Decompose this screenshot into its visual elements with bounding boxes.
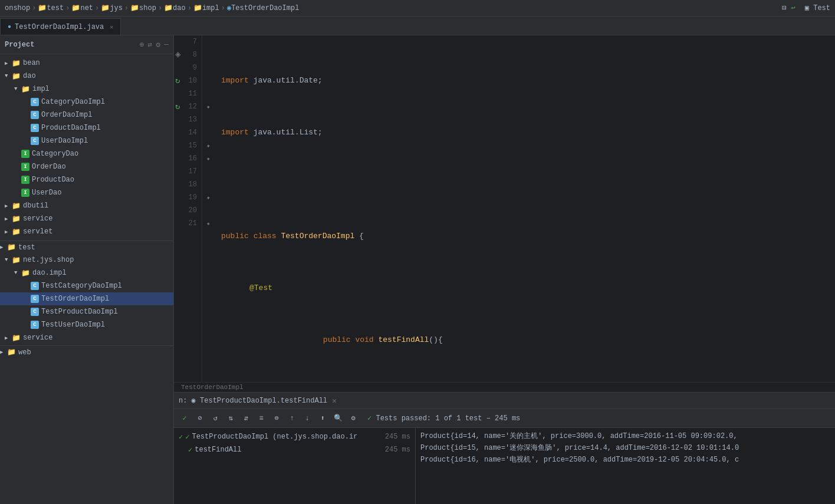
tab-testorderdaoimpl[interactable]: ● TestOrderDaoImpl.java ✕ <box>0 18 121 35</box>
line-number-19: 19 <box>176 191 197 204</box>
gutter-16: ⬥ <box>202 152 214 165</box>
sidebar-item-label: OrderDao <box>32 163 66 171</box>
sidebar-item-productdao[interactable]: ▶ I ProductDao <box>0 173 173 186</box>
export-icon[interactable]: ⬆ <box>317 413 328 424</box>
sidebar-item-impl[interactable]: ▼ 📁 impl <box>0 83 173 95</box>
sidebar-item-netjysshop[interactable]: ▼ 📁 net.jys.shop <box>0 253 173 266</box>
sidebar-item-dao[interactable]: ▼ 📁 dao <box>0 70 173 83</box>
breadcrumb-dao[interactable]: dao <box>173 4 186 12</box>
fold-icon-16[interactable]: ⬥ <box>206 155 211 162</box>
sidebar-item-orderdao[interactable]: ▶ I OrderDao <box>0 160 173 173</box>
content-area: 7 ◈ 8 9 ↻ 10 11 <box>174 35 835 504</box>
gutter-8 <box>202 48 214 61</box>
sidebar-collapse-icon[interactable]: ⇄ <box>148 40 153 50</box>
sidebar-item-label: dao <box>23 72 36 80</box>
bottom-panel: n: ◉ TestProductDaoImpl.testFindAll ✕ ✓ … <box>174 392 835 504</box>
window-restore-icon[interactable]: ⊟ <box>782 4 786 12</box>
editor-and-bottom: 7 ◈ 8 9 ↻ 10 11 <box>174 35 835 504</box>
sidebar-settings-icon[interactable]: ⚙ <box>156 40 160 50</box>
breadcrumb-impl[interactable]: impl <box>202 4 219 12</box>
sidebar-item-daoimpl[interactable]: ▼ 📁 dao.impl <box>0 266 173 279</box>
sidebar-item-label: bean <box>23 59 40 67</box>
bottom-tab-file[interactable]: ◉ TestProductDaoImpl.testFindAll <box>192 397 327 405</box>
down-icon[interactable]: ↓ <box>301 413 313 424</box>
sidebar-item-orderdaoimpl[interactable]: ▶ C OrderDaoImpl <box>0 108 173 121</box>
breadcrumb-jys[interactable]: jys <box>110 4 123 12</box>
arrow-right-icon: ▶ <box>0 349 7 355</box>
sidebar-item-label: TestOrderDaoImpl <box>41 295 109 303</box>
line-number-16: 16 <box>176 152 197 165</box>
sidebar-item-userdaoimpl[interactable]: ▶ C UserDaoImpl <box>0 134 173 147</box>
sidebar-item-web[interactable]: ▶ 📁 web <box>0 345 173 358</box>
gutter-17 <box>202 165 214 178</box>
test-item-productdaoimpl[interactable]: ✓ ✓ TestProductDaoImpl (net.jys.shop.dao… <box>174 430 415 443</box>
console-line-2: Product{id=15, name='迷你深海鱼肠', price=14.4… <box>420 442 830 454</box>
sidebar-minimize-icon[interactable]: — <box>164 40 169 50</box>
folder-icon: 📁 <box>12 256 21 265</box>
sidebar-item-dbutil[interactable]: ▶ 📁 dbutil <box>0 199 173 212</box>
arrow-right-icon: ▶ <box>5 335 12 341</box>
test-item-testfindall[interactable]: ✓ testFindAll 245 ms <box>174 443 415 456</box>
code-line-10: public class TestOrderDaoImpl { <box>221 230 828 243</box>
breadcrumb-file[interactable]: TestOrderDaoImpl <box>231 4 299 12</box>
line-number-13: 13 <box>176 113 197 126</box>
sidebar-item-test[interactable]: ▶ 📁 test <box>0 241 173 253</box>
breadcrumb-onshop[interactable]: onshop <box>5 4 30 12</box>
filter-icon[interactable]: ⊜ <box>271 413 282 424</box>
folder-icon: 📁 <box>12 59 21 68</box>
sidebar-item-testproductdaoimpl[interactable]: ▶ C TestProductDaoImpl <box>0 305 173 318</box>
project-title: Project <box>5 41 34 49</box>
breadcrumb-test[interactable]: test <box>47 4 64 12</box>
sidebar-item-label: dao.impl <box>32 269 67 277</box>
check-icon3: ✓ <box>188 446 192 454</box>
sidebar-item-userdao[interactable]: ▶ I UserDao <box>0 186 173 199</box>
line-number-7: 7 <box>176 35 197 48</box>
window-tab-icon[interactable]: ▣ Test <box>805 4 830 12</box>
align-icon[interactable]: ≡ <box>255 413 267 424</box>
sidebar-item-label: impl <box>32 85 50 93</box>
sidebar-item-service2[interactable]: ▶ 📁 service <box>0 331 173 344</box>
sidebar-item-label: servlet <box>23 228 52 236</box>
sidebar-item-label: ProductDao <box>32 176 74 184</box>
fold-icon-12[interactable]: ⬥ <box>206 103 211 110</box>
fold-icon-21[interactable]: ⬥ <box>206 220 211 227</box>
sidebar-gear-icon[interactable]: ⊕ <box>140 40 144 50</box>
code-content[interactable]: 7 ◈ 8 9 ↻ 10 11 <box>174 35 835 382</box>
window-back-icon[interactable]: ↩ <box>791 4 795 12</box>
settings-icon[interactable]: ⚙ <box>347 413 359 424</box>
sidebar-header: Project ⊕ ⇄ ⚙ — <box>0 35 173 54</box>
fold-icon-15[interactable]: ⬥ <box>206 142 211 149</box>
line-number-12: ↻ 12 <box>176 100 197 113</box>
sidebar-item-testorderdaoimpl[interactable]: ▶ C TestOrderDaoImpl <box>0 292 173 305</box>
project-tree: ▶ 📁 bean ▼ 📁 dao ▼ 📁 impl ▶ C CategoryDa… <box>0 54 173 504</box>
code-line-12: public void testFindAll(){ <box>221 334 828 347</box>
sidebar-item-label: UserDaoImpl <box>41 137 88 145</box>
breadcrumb-folder-icon3: 📁 <box>101 4 110 12</box>
search-icon[interactable]: 🔍 <box>332 413 344 424</box>
sidebar-item-testuserdaoimpl[interactable]: ▶ C TestUserDaoImpl <box>0 318 173 331</box>
java-icon: C <box>31 137 39 145</box>
sidebar-item-service[interactable]: ▶ 📁 service <box>0 212 173 225</box>
sidebar-item-categorydaoimpl[interactable]: ▶ C CategoryDaoImpl <box>0 95 173 108</box>
sidebar-item-bean[interactable]: ▶ 📁 bean <box>0 57 173 70</box>
breadcrumb-shop[interactable]: shop <box>139 4 156 12</box>
sort-desc-icon[interactable]: ⇵ <box>240 413 252 424</box>
up-icon[interactable]: ↑ <box>286 413 298 424</box>
interface-icon: I <box>21 176 29 184</box>
breadcrumb-java-icon: ◉ <box>227 4 231 12</box>
breadcrumb-folder-icon2: 📁 <box>71 4 80 12</box>
sidebar-item-testcategorydaoimpl[interactable]: ▶ C TestCategoryDaoImpl <box>0 279 173 292</box>
sidebar-item-servlet[interactable]: ▶ 📁 servlet <box>0 225 173 238</box>
tab-label: TestOrderDaoImpl.java <box>15 23 104 31</box>
code-line-8: import java.util.List; <box>221 126 828 139</box>
rerun-icon[interactable]: ↺ <box>209 413 221 424</box>
breadcrumb-net[interactable]: net <box>80 4 93 12</box>
console-line-3: Product{id=16, name='电视机', price=2500.0,… <box>420 454 830 466</box>
tab-close-button[interactable]: ✕ <box>110 24 113 31</box>
fold-icon-19[interactable]: ⬥ <box>206 194 211 201</box>
sidebar-item-categorydao[interactable]: ▶ I CategoryDao <box>0 147 173 160</box>
stop-icon[interactable]: ⊘ <box>194 413 206 424</box>
sort-asc-icon[interactable]: ⇅ <box>225 413 236 424</box>
bottom-tab-close[interactable]: ✕ <box>332 396 337 406</box>
sidebar-item-productdaoimpl[interactable]: ▶ C ProductDaoImpl <box>0 121 173 134</box>
